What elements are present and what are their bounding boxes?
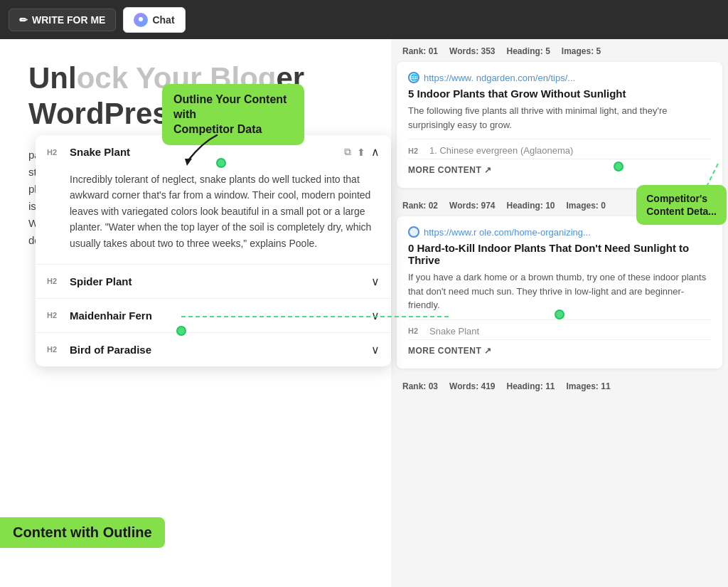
svg-marker-1 <box>185 159 192 166</box>
h2-badge-bird: H2 <box>47 345 63 354</box>
chevron-down-maidenhair[interactable]: ∨ <box>371 309 380 322</box>
bottom-content-label: Content with Outline <box>0 517 165 548</box>
h2-badge-spider: H2 <box>47 277 63 285</box>
h2-badge-snake: H2 <box>47 148 63 157</box>
snake-plant-content: Incredibly tolerant of neglect, snake pl… <box>47 166 380 254</box>
pencil-icon: ✏ <box>19 14 28 26</box>
heading-1: Heading: 5 <box>507 46 550 56</box>
outline-row-spider-plant: H2 Spider Plant ∨ <box>36 265 391 299</box>
competitor-card-2: https://www.r ole.com/home-organizing...… <box>397 216 722 369</box>
words-1: Words: 353 <box>449 46 495 56</box>
h2-badge-maidenhair: H2 <box>47 311 63 319</box>
more-content-link-1[interactable]: MORE CONTENT ↗ <box>408 159 711 178</box>
globe-icon-1: 🌐 <box>408 72 419 83</box>
images-2: Images: 0 <box>567 201 606 211</box>
domain-icon-2 <box>408 226 419 238</box>
competitor-url-2: https://www.r ole.com/home-organizing... <box>408 226 711 238</box>
words-3: Words: 419 <box>449 381 495 391</box>
images-3: Images: 11 <box>567 381 611 391</box>
chevron-up-icon[interactable]: ∧ <box>371 145 380 159</box>
outline-heading-spider: Spider Plant <box>70 275 364 287</box>
h2-section-2: H2 Snake Plant <box>408 319 711 339</box>
green-dot-right-2 <box>555 310 564 319</box>
h2-label-1: H2 <box>408 147 424 155</box>
chat-label: Chat <box>152 14 174 26</box>
chevron-down-spider[interactable]: ∨ <box>371 275 380 288</box>
outline-heading-bird: Bird of Paradise <box>70 344 364 356</box>
rank-3: Rank: 03 <box>402 381 438 391</box>
rank-1: Rank: 01 <box>402 46 438 56</box>
outline-heading-maidenhair: Maidenhair Fern <box>70 310 364 322</box>
images-1: Images: 5 <box>562 46 601 56</box>
competitor-title-1: 5 Indoor Plants that Grow Without Sunlig… <box>408 88 711 100</box>
heading-3: Heading: 11 <box>507 381 555 391</box>
green-dot-right-1 <box>614 162 623 171</box>
write-for-me-label: WRITE FOR ME <box>32 14 105 26</box>
h2-section-1: H2 1. Chinese evergreen (Aglaonema) <box>408 139 711 159</box>
tooltip-arrow <box>174 132 231 174</box>
write-for-me-button[interactable]: ✏ WRITE FOR ME <box>9 9 116 31</box>
more-content-link-2[interactable]: MORE CONTENT ↗ <box>408 339 711 359</box>
heading-2: Heading: 10 <box>507 201 555 211</box>
competitor-tooltip: Competitor's Content Deta... <box>636 185 727 225</box>
words-2: Words: 974 <box>449 201 495 211</box>
chat-button[interactable]: Chat <box>123 7 185 33</box>
competitor-title-2: 0 Hard-to-Kill Indoor Plants That Don't … <box>408 242 711 266</box>
rank-bar-1: Rank: 01 Words: 353 Heading: 5 Images: 5 <box>391 39 728 62</box>
competitor-card-1: 🌐 https://www. ndgarden.com/en/tips/... … <box>397 62 722 188</box>
header: ✏ WRITE FOR ME Chat <box>0 0 728 39</box>
green-dot-spider-plant <box>176 326 186 336</box>
h2-label-2: H2 <box>408 327 424 335</box>
rank-bar-3: Rank: 03 Words: 419 Heading: 11 Images: … <box>391 374 728 397</box>
chat-avatar-icon <box>134 13 148 27</box>
competitor-desc-2: If you have a dark home or a brown thumb… <box>408 270 711 312</box>
outline-row-bird-of-paradise: H2 Bird of Paradise ∨ <box>36 333 391 366</box>
h2-text-1: 1. Chinese evergreen (Aglaonema) <box>429 145 573 156</box>
import-icon[interactable]: ⬆ <box>357 147 365 158</box>
h2-text-2: Snake Plant <box>429 326 479 337</box>
outline-row-maidenhair: H2 Maidenhair Fern ∨ <box>36 299 391 333</box>
outline-actions-snake: ⧉ ⬆ ∧ <box>344 145 380 159</box>
copy-icon[interactable]: ⧉ <box>344 146 351 158</box>
chevron-down-bird[interactable]: ∨ <box>371 343 380 356</box>
competitor-desc-1: The following five plants all thrive wit… <box>408 104 711 132</box>
competitor-url-1: 🌐 https://www. ndgarden.com/en/tips/... <box>408 72 711 83</box>
rank-2: Rank: 02 <box>402 201 438 211</box>
svg-point-0 <box>139 17 143 21</box>
